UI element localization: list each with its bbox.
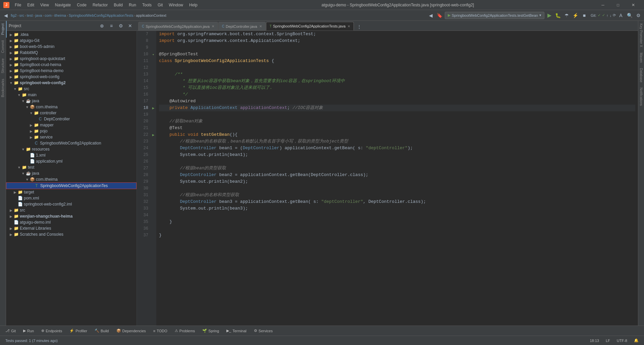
run-config-selector[interactable]: ▶ SpringbootWebConfig2ApplicationTests.t… (445, 12, 544, 19)
nav-forward-button[interactable]: ◀ (427, 12, 435, 19)
menu-code[interactable]: Code (74, 2, 89, 8)
project-settings-button[interactable]: ⚙ (117, 22, 124, 30)
code-content[interactable]: import org.springframework.boot.test.con… (156, 31, 638, 326)
menu-refactor[interactable]: Refactor (90, 2, 110, 8)
sidebar-item-commit[interactable]: Commit (0, 38, 7, 56)
tree-java-test[interactable]: ▼ ☕ java (6, 170, 137, 176)
breadcrumb-src[interactable]: src (19, 13, 24, 17)
breadcrumb-java[interactable]: java (35, 13, 42, 17)
tree-resources[interactable]: ▼ 📁 resources (6, 146, 137, 152)
bottom-tab-services[interactable]: ⚙ Services (251, 328, 276, 334)
tree-com-itheima-main[interactable]: ▼ 📦 com.itheima (6, 104, 137, 110)
sidebar-item-bookmarks[interactable]: Bookmarks (0, 76, 7, 100)
tab-springboot-app[interactable]: C SpringbootWebConfig2Application.java ✕ (138, 22, 218, 31)
settings-button[interactable]: ⚙ (635, 12, 642, 19)
nav-back-button[interactable]: ◀ (2, 12, 9, 19)
tree-test-class[interactable]: T SpringbootWebConfig2ApplicationTes (6, 182, 137, 189)
run-button[interactable]: ▶ (546, 12, 553, 19)
tree-service[interactable]: ▶ 📁 service (6, 134, 137, 140)
bottom-tab-dependencies[interactable]: 📦 Dependencies (113, 328, 149, 334)
tree-rabbitmq[interactable]: ▶ 📁 RabbitMQ (6, 50, 137, 56)
run-with-coverage-button[interactable]: ☂ (563, 12, 571, 19)
status-line-ending[interactable]: LF (603, 337, 613, 345)
breadcrumb-test[interactable]: test (27, 13, 33, 17)
tree-com-itheima-test[interactable]: ▼ 📦 com.itheima (6, 176, 137, 182)
menu-build[interactable]: Build (111, 2, 125, 8)
profile-button[interactable]: ⚡ (572, 12, 579, 19)
tab-more-button[interactable]: ⋮ (356, 23, 363, 31)
breadcrumb-field[interactable]: applicationContext (136, 13, 166, 17)
tree-atguigu-iml[interactable]: 📄 atguigu-demo.iml (6, 219, 137, 225)
debug-button[interactable]: 🐛 (554, 12, 562, 19)
tree-src[interactable]: ▼ 📁 src (6, 86, 137, 92)
tree-1xml[interactable]: 📄 1.xml (6, 152, 137, 158)
tree-atguigu-git[interactable]: ▶ 📁 atguigu-Git (6, 38, 137, 44)
menu-file[interactable]: File (12, 2, 24, 8)
tab-close-button[interactable]: ✕ (212, 24, 214, 28)
breadcrumb-com[interactable]: com (45, 13, 52, 17)
tree-wenjian[interactable]: ▶ 📁 wenjian-shangchuan-heima (6, 213, 137, 219)
menu-help[interactable]: Help (186, 2, 200, 8)
tree-application-yml[interactable]: 📄 application.yml (6, 158, 137, 164)
tree-src-root[interactable]: ▶ 📁 src (6, 207, 137, 213)
tab-close-button-2[interactable]: ✕ (259, 24, 262, 28)
bottom-tab-profiler[interactable]: ⚡ Profiler (66, 328, 91, 334)
tab-dept-controller[interactable]: C DeptController.java ✕ (218, 22, 266, 31)
tree-main[interactable]: ▼ 📁 main (6, 92, 137, 98)
tree-external-libs[interactable]: ▶ 📁 External Libraries (6, 225, 137, 231)
bottom-tab-build[interactable]: 🔨 Build (91, 328, 112, 334)
menu-navigate[interactable]: Navigate (52, 2, 73, 8)
tree-target[interactable]: ▶ 📁 target (6, 189, 137, 195)
bottom-tab-endpoints[interactable]: ⊕ Endpoints (38, 328, 65, 334)
tree-iml[interactable]: 📄 springboot-web-config2.iml (6, 201, 137, 207)
tree-pom[interactable]: 📄 pom.xml (6, 195, 137, 201)
tree-boot-web[interactable]: ▶ 📁 boot-web-05-admin (6, 44, 137, 50)
minimize-button[interactable]: ─ (595, 0, 610, 10)
tree-controller[interactable]: ▼ 📁 controller (6, 110, 137, 116)
bottom-tab-terminal[interactable]: ▶_ Terminal (223, 328, 250, 334)
nav-bookmark-button[interactable]: 🔖 (436, 12, 443, 19)
project-close-button[interactable]: ✕ (126, 22, 134, 30)
tree-springboot-crud[interactable]: ▶ 📁 SpringBoot-crud-heima (6, 62, 137, 68)
close-button[interactable]: ✕ (626, 0, 641, 10)
stop-button[interactable]: ■ (581, 12, 588, 19)
tree-scratches[interactable]: ▶ 📁 Scratches and Consoles (6, 231, 137, 237)
menu-window[interactable]: Window (166, 2, 186, 8)
menu-git[interactable]: Git (155, 2, 165, 8)
status-encoding[interactable]: UTF-8 (614, 337, 630, 345)
breadcrumb-class[interactable]: SpringbootWebConfig2ApplicationTests (69, 13, 133, 17)
tree-springboot-web-config[interactable]: ▶ 📁 springboot-web-config (6, 74, 137, 80)
tree-java-main[interactable]: ▼ ☕ java (6, 98, 137, 104)
right-tab-maven[interactable]: Maven (638, 50, 644, 65)
project-add-button[interactable]: ⊕ (98, 22, 106, 30)
tree-main-class[interactable]: C SpringbootWebConfig2Application (6, 140, 137, 146)
translate-button[interactable]: A (617, 12, 625, 19)
right-tab-key-promoter[interactable]: Key Promoter X (638, 21, 644, 50)
tree-test[interactable]: ▼ 📁 test (6, 164, 137, 170)
tree-springboot-heima-demo[interactable]: ▶ 📁 SpringBoot-heima-demo (6, 68, 137, 74)
menu-tools[interactable]: Tools (140, 2, 154, 8)
tree-idea[interactable]: ▶ 📁 .idea (6, 32, 137, 38)
search-button[interactable]: 🔍 (626, 12, 633, 19)
tree-springboot-web-config2[interactable]: ▼ 📁 springboot-web-config2 (6, 80, 137, 86)
menu-run[interactable]: Run (126, 2, 139, 8)
sidebar-item-structure[interactable]: Structure (0, 56, 7, 76)
tree-springboot-aop[interactable]: ▶ 📁 springboot-aop-quickstart (6, 56, 137, 62)
right-tab-database[interactable]: Database (638, 65, 644, 85)
tree-mapper[interactable]: ▶ 📁 mapper (6, 122, 137, 128)
breadcrumb-fig2[interactable]: fig2 (11, 13, 17, 17)
tab-close-button-3[interactable]: ✕ (347, 24, 350, 28)
tree-dept-controller[interactable]: C DeptController (6, 116, 137, 122)
status-notifications[interactable]: 🔔 (631, 337, 641, 345)
breadcrumb-itheima[interactable]: itheima (54, 13, 66, 17)
project-collapse-button[interactable]: ≡ (108, 22, 115, 30)
tree-pojo[interactable]: ▶ 📁 pojo (6, 128, 137, 134)
menu-edit[interactable]: Edit (24, 2, 37, 8)
bottom-tab-git[interactable]: ⎇ Git (2, 328, 19, 334)
bottom-tab-run[interactable]: ▶ Run (20, 328, 37, 334)
right-tab-notifications[interactable]: Notifications (638, 85, 644, 108)
maximize-button[interactable]: □ (610, 0, 626, 10)
status-time[interactable]: 18:13 (587, 337, 602, 345)
sidebar-item-project[interactable]: Project (0, 21, 7, 38)
tab-tests-active[interactable]: T SpringbootWebConfig2ApplicationTests.j… (266, 22, 354, 31)
